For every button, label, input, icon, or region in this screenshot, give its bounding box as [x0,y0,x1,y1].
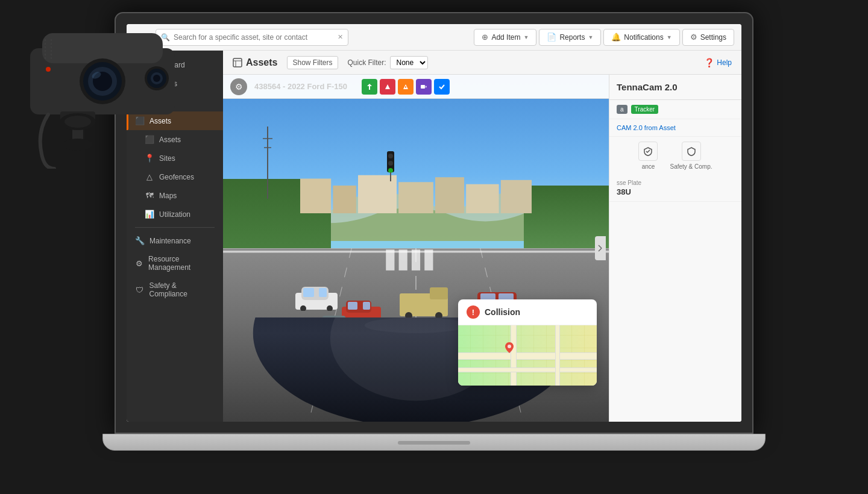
svg-rect-25 [386,249,394,270]
vehicle-1 [292,281,341,311]
status-badge-video[interactable] [416,79,432,95]
assets-icon: ⬛ [145,135,154,144]
collision-alert-icon: ! [467,305,480,319]
filter-icon[interactable] [134,29,151,46]
asset-settings-icon[interactable]: ⚙ [230,78,247,95]
assets-title: Assets [233,57,277,68]
show-filters-button[interactable]: Show Filters [287,56,338,69]
dashboard-icon: ⊞ [135,60,145,69]
maps-icon: 🗺 [145,191,154,200]
asset-name: 438564 - 2022 Ford F-150 [254,82,347,91]
answers-icon: 💬 [135,79,145,88]
panel-icon-safety[interactable]: Safety & Comp. [670,142,712,170]
svg-rect-7 [421,85,425,89]
nav-buttons: ⊕ Add Item ▼ 📄 Reports ▼ 🔔 Notifications… [474,29,734,46]
bell-icon: 🔔 [611,33,621,42]
svg-rect-51 [430,287,448,299]
panel-section-icons: ance Safety & Comp. [609,137,741,175]
sidebar-item-maps[interactable]: 🗺 Maps [127,186,223,205]
geofences-icon: △ [145,172,154,181]
utilization-icon: 📊 [145,210,154,219]
help-button[interactable]: ❓ Help [704,58,732,67]
license-plate-section: sse Plate 38U [609,175,741,202]
svg-point-84 [91,70,102,80]
navbar: 🔍 ✕ ⊕ Add Item ▼ 📄 Reports ▼ [127,24,741,51]
status-badge-status[interactable] [434,79,450,95]
svg-rect-12 [398,183,433,214]
right-panel-header: TennaCam 2.0 [609,75,741,100]
main-content: Assets Show Filters Quick Filter: None ❓… [223,51,741,422]
quick-filter-select[interactable]: None [390,56,428,69]
reports-dropdown-arrow: ▼ [588,34,593,40]
sidebar-item-assets-parent[interactable]: ⬛ Assets [127,111,223,130]
search-bar: 🔍 ✕ [156,29,348,46]
add-item-button[interactable]: ⊕ Add Item ▼ [474,29,536,46]
tracker-label-badge: a [617,105,627,114]
panel-icon-compliance[interactable]: ance [638,142,658,170]
svg-rect-36 [303,288,314,297]
collision-popup: ! Collision [458,299,597,386]
assets-header: Assets Show Filters Quick Filter: None ❓… [223,51,741,75]
svg-point-30 [388,154,393,158]
assets-title-icon [233,58,242,67]
search-input[interactable] [174,33,334,42]
notifications-button[interactable]: 🔔 Notifications ▼ [603,29,679,46]
assets-parent-icon: ⬛ [135,116,145,125]
power-pole-1 [262,127,274,201]
maintenance-icon: 🔧 [135,236,145,245]
svg-rect-13 [435,177,464,213]
sidebar-item-sites[interactable]: 📍 Sites [127,149,223,167]
map-location-pin [505,342,514,355]
svg-rect-3 [233,58,242,67]
collision-title: Collision [485,307,520,317]
settings-icon: ⚙ [690,33,697,42]
reports-button[interactable]: 📄 Reports ▼ [539,29,601,46]
sidebar-item-maintenance[interactable]: 🔧 Maintenance [127,231,223,250]
safety-comp-icon [682,142,701,161]
license-plate-value: 38U [617,187,734,196]
svg-rect-9 [300,179,331,214]
settings-button[interactable]: ⚙ Settings [682,29,734,46]
svg-rect-15 [501,180,532,213]
cam-link[interactable]: CAM 2.0 from Asset [609,119,741,137]
sidebar-item-answers[interactable]: 💬 Answers [127,74,223,93]
sidebar: ⊞ Dashboard 💬 Answers 📄 Reports ⬛ Assets [127,51,223,422]
asset-view: ⚙ 438564 - 2022 Ford F-150 [223,75,741,422]
vehicle-truck-1 [397,284,451,317]
reports-icon: 📄 [547,33,556,42]
status-badge-gps[interactable] [362,79,377,95]
status-badge-warning[interactable] [398,79,414,95]
safety-icon: 🛡 [135,286,145,295]
sidebar-item-safety[interactable]: 🛡 Safety & Compliance [127,277,223,303]
sidebar-item-resource-mgmt[interactable]: ⚙ Resource Management [127,250,223,277]
search-clear-icon[interactable]: ✕ [338,33,343,41]
sidebar-item-assets[interactable]: ⬛ Assets [127,130,223,149]
map-road-v2 [555,325,560,386]
asset-info-bar: ⚙ 438564 - 2022 Ford F-150 [223,75,609,99]
compliance-icon [638,142,658,161]
svg-rect-37 [319,288,327,297]
svg-point-70 [365,317,468,333]
right-panel: TennaCam 2.0 a Tracker CAM 2.0 from Asse… [609,75,741,422]
svg-rect-10 [333,186,356,213]
svg-rect-42 [348,302,357,310]
svg-point-91 [60,113,96,130]
svg-rect-28 [424,249,433,270]
license-plate-label: sse Plate [617,180,734,186]
sidebar-item-utilization[interactable]: 📊 Utilization [127,205,223,224]
svg-point-73 [508,345,511,348]
svg-marker-8 [426,86,427,88]
sidebar-item-reports[interactable]: 📄 Reports [127,93,223,111]
quick-filter: Quick Filter: None [348,56,428,69]
svg-rect-74 [72,108,83,145]
sidebar-item-dashboard[interactable]: ⊞ Dashboard [127,55,223,74]
svg-point-92 [64,116,91,128]
reports-nav-icon: 📄 [135,98,145,107]
asset-status-icons [362,79,450,95]
svg-rect-14 [466,184,498,213]
svg-point-31 [388,161,393,166]
status-badge-alert[interactable] [380,79,395,95]
sidebar-item-geofences[interactable]: △ Geofences [127,167,223,186]
svg-line-71 [599,245,602,248]
panel-collapse-button[interactable] [595,236,606,260]
